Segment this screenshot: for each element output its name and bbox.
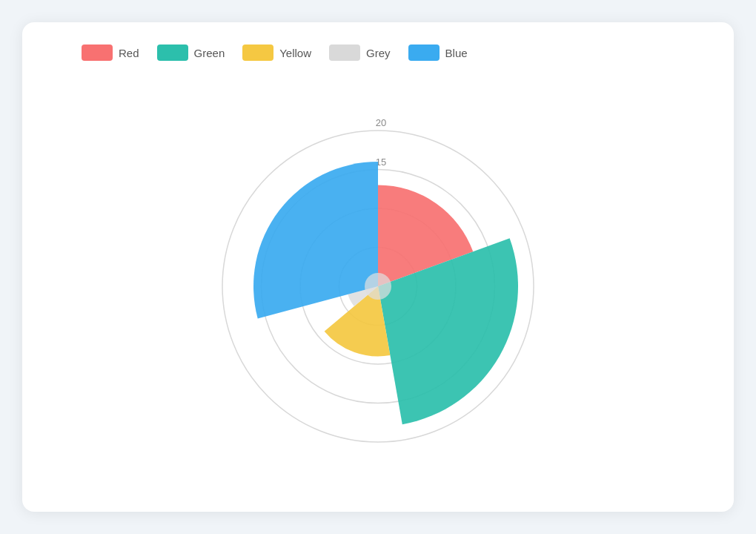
legend: RedGreenYellowGreyBlue (52, 44, 468, 61)
legend-label-grey: Grey (366, 47, 391, 59)
legend-label-red: Red (119, 47, 139, 59)
legend-item-blue: Blue (408, 44, 468, 61)
legend-item-green: Green (157, 44, 225, 61)
legend-label-yellow: Yellow (279, 47, 311, 59)
legend-label-green: Green (194, 47, 225, 59)
legend-swatch-yellow (242, 44, 273, 61)
legend-swatch-grey (329, 44, 360, 61)
legend-swatch-red (82, 44, 113, 61)
legend-label-blue: Blue (445, 47, 468, 59)
chart-container: 2015 (52, 68, 704, 490)
legend-item-yellow: Yellow (242, 44, 311, 61)
legend-item-grey: Grey (329, 44, 391, 61)
svg-text:20: 20 (376, 117, 386, 128)
legend-swatch-green (157, 44, 188, 61)
polar-area-chart: 2015 (170, 86, 586, 472)
legend-swatch-blue (408, 44, 440, 61)
svg-point-6 (365, 273, 391, 300)
legend-item-red: Red (82, 44, 139, 61)
chart-card: RedGreenYellowGreyBlue 2015 (22, 22, 734, 512)
